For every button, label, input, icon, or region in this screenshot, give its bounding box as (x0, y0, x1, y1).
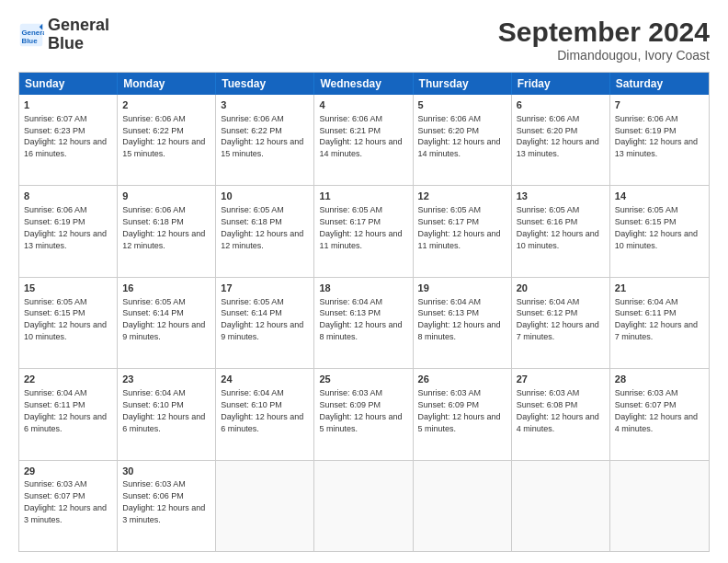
calendar-cell: 16Sunrise: 6:05 AMSunset: 6:14 PMDayligh… (118, 278, 216, 368)
day-number: 20 (517, 282, 605, 295)
calendar-header-day: Saturday (610, 73, 709, 95)
svg-text:General: General (22, 29, 45, 37)
calendar-week: 8Sunrise: 6:06 AMSunset: 6:19 PMDaylight… (19, 186, 709, 277)
day-info: Sunrise: 6:06 AMSunset: 6:22 PMDaylight:… (122, 114, 205, 158)
day-number: 25 (319, 373, 407, 386)
calendar-week: 15Sunrise: 6:05 AMSunset: 6:15 PMDayligh… (19, 278, 709, 369)
logo: General Blue General Blue (18, 17, 109, 53)
day-info: Sunrise: 6:05 AMSunset: 6:14 PMDaylight:… (122, 297, 205, 341)
day-info: Sunrise: 6:06 AMSunset: 6:21 PMDaylight:… (319, 114, 402, 158)
day-info: Sunrise: 6:04 AMSunset: 6:11 PMDaylight:… (24, 388, 107, 432)
day-info: Sunrise: 6:04 AMSunset: 6:11 PMDaylight:… (615, 297, 698, 341)
calendar-body: 1Sunrise: 6:07 AMSunset: 6:23 PMDaylight… (19, 95, 709, 551)
calendar-week: 1Sunrise: 6:07 AMSunset: 6:23 PMDaylight… (19, 95, 709, 186)
calendar-cell: 28Sunrise: 6:03 AMSunset: 6:07 PMDayligh… (610, 369, 709, 459)
day-number: 3 (221, 98, 309, 112)
calendar-cell: 5Sunrise: 6:06 AMSunset: 6:20 PMDaylight… (414, 95, 512, 185)
day-number: 2 (122, 98, 210, 112)
calendar-cell: 10Sunrise: 6:05 AMSunset: 6:18 PMDayligh… (216, 186, 314, 276)
day-info: Sunrise: 6:04 AMSunset: 6:12 PMDaylight:… (517, 297, 599, 341)
calendar-cell: 25Sunrise: 6:03 AMSunset: 6:09 PMDayligh… (314, 369, 413, 459)
calendar-cell (314, 461, 413, 551)
main-title: September 2024 (498, 17, 710, 48)
day-info: Sunrise: 6:05 AMSunset: 6:17 PMDaylight:… (418, 205, 501, 249)
day-number: 21 (615, 282, 704, 295)
day-number: 23 (122, 373, 210, 386)
day-number: 13 (517, 190, 605, 203)
calendar-cell: 15Sunrise: 6:05 AMSunset: 6:15 PMDayligh… (19, 278, 118, 368)
calendar-cell: 11Sunrise: 6:05 AMSunset: 6:17 PMDayligh… (314, 186, 413, 276)
day-number: 14 (615, 190, 704, 203)
calendar-header: SundayMondayTuesdayWednesdayThursdayFrid… (19, 73, 709, 95)
day-info: Sunrise: 6:04 AMSunset: 6:10 PMDaylight:… (122, 388, 205, 432)
day-number: 12 (418, 190, 506, 203)
day-number: 1 (24, 98, 112, 112)
calendar-cell: 4Sunrise: 6:06 AMSunset: 6:21 PMDaylight… (314, 95, 413, 185)
calendar-cell: 20Sunrise: 6:04 AMSunset: 6:12 PMDayligh… (512, 278, 610, 368)
day-info: Sunrise: 6:06 AMSunset: 6:18 PMDaylight:… (122, 205, 205, 249)
calendar-cell: 26Sunrise: 6:03 AMSunset: 6:09 PMDayligh… (414, 369, 512, 459)
calendar-cell: 24Sunrise: 6:04 AMSunset: 6:10 PMDayligh… (216, 369, 314, 459)
day-info: Sunrise: 6:04 AMSunset: 6:13 PMDaylight:… (418, 297, 501, 341)
day-number: 29 (24, 465, 112, 478)
calendar-cell (216, 461, 314, 551)
calendar-cell: 29Sunrise: 6:03 AMSunset: 6:07 PMDayligh… (19, 461, 118, 551)
calendar-cell: 8Sunrise: 6:06 AMSunset: 6:19 PMDaylight… (19, 186, 118, 276)
calendar-cell: 2Sunrise: 6:06 AMSunset: 6:22 PMDaylight… (118, 95, 216, 185)
calendar-cell: 1Sunrise: 6:07 AMSunset: 6:23 PMDaylight… (19, 95, 118, 185)
calendar-header-day: Monday (118, 73, 216, 95)
calendar-header-day: Friday (512, 73, 610, 95)
calendar-cell: 9Sunrise: 6:06 AMSunset: 6:18 PMDaylight… (118, 186, 216, 276)
calendar-header-day: Thursday (414, 73, 512, 95)
day-number: 5 (418, 98, 506, 112)
day-info: Sunrise: 6:03 AMSunset: 6:09 PMDaylight:… (418, 388, 501, 432)
calendar-cell (414, 461, 512, 551)
day-info: Sunrise: 6:05 AMSunset: 6:15 PMDaylight:… (615, 205, 698, 249)
logo-general: General (48, 17, 109, 35)
day-info: Sunrise: 6:03 AMSunset: 6:06 PMDaylight:… (122, 479, 205, 523)
subtitle: Dimandougou, Ivory Coast (498, 48, 710, 63)
calendar-cell: 17Sunrise: 6:05 AMSunset: 6:14 PMDayligh… (216, 278, 314, 368)
day-info: Sunrise: 6:06 AMSunset: 6:20 PMDaylight:… (517, 114, 599, 158)
day-number: 8 (24, 190, 112, 203)
page: General Blue General Blue September 2024… (0, 0, 728, 563)
calendar-cell: 23Sunrise: 6:04 AMSunset: 6:10 PMDayligh… (118, 369, 216, 459)
day-number: 19 (418, 282, 506, 295)
day-info: Sunrise: 6:03 AMSunset: 6:09 PMDaylight:… (319, 388, 402, 432)
day-number: 15 (24, 282, 112, 295)
day-info: Sunrise: 6:05 AMSunset: 6:14 PMDaylight:… (221, 297, 303, 341)
day-info: Sunrise: 6:05 AMSunset: 6:18 PMDaylight:… (221, 205, 303, 249)
calendar-cell: 21Sunrise: 6:04 AMSunset: 6:11 PMDayligh… (610, 278, 709, 368)
day-info: Sunrise: 6:06 AMSunset: 6:19 PMDaylight:… (24, 205, 107, 249)
calendar-cell: 27Sunrise: 6:03 AMSunset: 6:08 PMDayligh… (512, 369, 610, 459)
calendar-cell: 13Sunrise: 6:05 AMSunset: 6:16 PMDayligh… (512, 186, 610, 276)
day-number: 27 (517, 373, 605, 386)
day-number: 24 (221, 373, 309, 386)
calendar-cell: 7Sunrise: 6:06 AMSunset: 6:19 PMDaylight… (610, 95, 709, 185)
calendar-cell: 3Sunrise: 6:06 AMSunset: 6:22 PMDaylight… (216, 95, 314, 185)
day-number: 16 (122, 282, 210, 295)
day-info: Sunrise: 6:03 AMSunset: 6:07 PMDaylight:… (24, 479, 107, 523)
svg-text:Blue: Blue (22, 37, 39, 45)
day-number: 6 (517, 98, 605, 112)
day-info: Sunrise: 6:06 AMSunset: 6:19 PMDaylight:… (615, 114, 698, 158)
calendar: SundayMondayTuesdayWednesdayThursdayFrid… (18, 72, 710, 552)
day-info: Sunrise: 6:05 AMSunset: 6:15 PMDaylight:… (24, 297, 107, 341)
day-info: Sunrise: 6:06 AMSunset: 6:22 PMDaylight:… (221, 114, 303, 158)
calendar-cell: 22Sunrise: 6:04 AMSunset: 6:11 PMDayligh… (19, 369, 118, 459)
day-number: 28 (615, 373, 704, 386)
day-number: 10 (221, 190, 309, 203)
logo-blue: Blue (48, 35, 109, 53)
day-number: 9 (122, 190, 210, 203)
day-info: Sunrise: 6:05 AMSunset: 6:16 PMDaylight:… (517, 205, 599, 249)
calendar-cell (512, 461, 610, 551)
day-number: 18 (319, 282, 407, 295)
day-info: Sunrise: 6:07 AMSunset: 6:23 PMDaylight:… (24, 114, 107, 158)
day-number: 26 (418, 373, 506, 386)
day-number: 7 (615, 98, 704, 112)
calendar-week: 22Sunrise: 6:04 AMSunset: 6:11 PMDayligh… (19, 369, 709, 460)
day-info: Sunrise: 6:06 AMSunset: 6:20 PMDaylight:… (418, 114, 501, 158)
logo-icon: General Blue (18, 22, 44, 48)
day-info: Sunrise: 6:03 AMSunset: 6:07 PMDaylight:… (615, 388, 698, 432)
calendar-header-day: Wednesday (314, 73, 413, 95)
